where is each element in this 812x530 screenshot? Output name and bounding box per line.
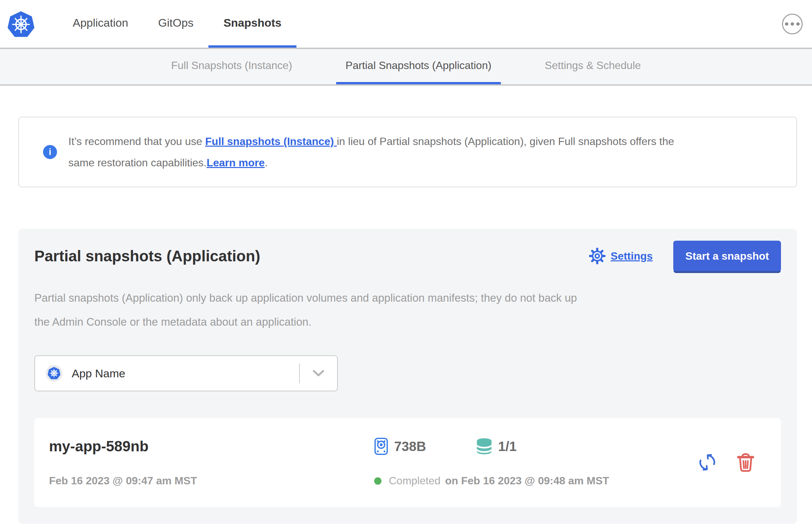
kubernetes-logo-icon <box>8 10 34 39</box>
top-header: Application GitOps Snapshots <box>0 0 812 49</box>
snapshot-status: Completed on Feb 16 2023 @ 09:48 am MST <box>374 475 698 487</box>
banner-text-segment: in lieu of Partial snapshots (Applicatio… <box>337 135 674 147</box>
restore-snapshot-button[interactable] <box>698 452 717 473</box>
snapshot-settings-link[interactable]: Settings <box>589 247 653 265</box>
ellipsis-dot <box>791 22 794 26</box>
snapshot-row[interactable]: my-app-589nb Feb 16 2023 @ 09:47 am MST … <box>34 418 781 507</box>
info-banner: i It’s recommend that you use Full snaps… <box>18 117 797 187</box>
panel-title: Partial snapshots (Application) <box>34 247 260 265</box>
delete-snapshot-button[interactable] <box>737 452 754 472</box>
description-line: the Admin Console or the metadata about … <box>34 316 311 328</box>
status-dot-icon <box>374 477 381 485</box>
restore-icon <box>698 452 717 473</box>
snapshot-actions <box>698 452 754 473</box>
ellipsis-dot <box>785 22 788 26</box>
panel-header: Partial snapshots (Application) Settings… <box>34 241 781 271</box>
learn-more-link[interactable]: Learn more <box>206 157 264 169</box>
banner-text-segment: . <box>265 157 268 169</box>
ellipsis-menu-button[interactable] <box>782 14 803 34</box>
ellipsis-dot <box>796 22 800 26</box>
kubernetes-app-icon <box>48 367 60 380</box>
app-name-select[interactable]: App Name <box>34 355 338 391</box>
app-select-value: App Name <box>72 367 126 380</box>
snapshot-volume-count: 1/1 <box>498 439 517 454</box>
status-label: Completed <box>389 475 440 487</box>
app-badge <box>46 365 62 382</box>
start-snapshot-button[interactable]: Start a snapshot <box>673 241 781 271</box>
snapshot-name: my-app-589nb <box>49 438 374 455</box>
snapshot-volumes-stat: 1/1 <box>476 438 517 455</box>
trash-icon <box>737 452 754 472</box>
full-snapshots-link[interactable]: Full snapshots (Instance) <box>205 135 337 147</box>
settings-label: Settings <box>611 250 653 262</box>
volume-disk-icon <box>374 437 388 455</box>
snapshot-size-stat: 738B <box>374 437 426 455</box>
banner-text-segment: same restoration capabilities. <box>68 157 206 169</box>
panel-description: Partial snapshots (Application) only bac… <box>34 286 781 334</box>
info-icon: i <box>43 145 57 159</box>
nav-snapshots[interactable]: Snapshots <box>208 0 296 48</box>
status-timestamp: on Feb 16 2023 @ 09:48 am MST <box>445 475 609 487</box>
partial-snapshots-panel: Partial snapshots (Application) Settings… <box>18 229 797 524</box>
tab-settings-schedule[interactable]: Settings & Schedule <box>536 49 650 84</box>
snapshot-stats: 738B 1/1 <box>374 437 698 455</box>
snapshot-size: 738B <box>394 439 426 454</box>
snapshot-created-date: Feb 16 2023 @ 09:47 am MST <box>49 475 374 487</box>
gear-icon <box>589 247 606 265</box>
banner-text-segment: It’s recommend that you use <box>68 135 205 147</box>
banner-text: It’s recommend that you use Full snapsho… <box>68 131 674 173</box>
nav-application[interactable]: Application <box>58 0 143 48</box>
main-nav: Application GitOps Snapshots <box>58 0 296 48</box>
chevron-down-icon[interactable] <box>300 370 337 377</box>
database-icon <box>476 438 492 455</box>
tab-full-snapshots[interactable]: Full Snapshots (Instance) <box>162 49 302 84</box>
tab-partial-snapshots[interactable]: Partial Snapshots (Application) <box>336 49 501 84</box>
nav-gitops[interactable]: GitOps <box>143 0 208 48</box>
description-line: Partial snapshots (Application) only bac… <box>34 292 577 304</box>
snapshots-subnav: Full Snapshots (Instance) Partial Snapsh… <box>0 49 812 86</box>
